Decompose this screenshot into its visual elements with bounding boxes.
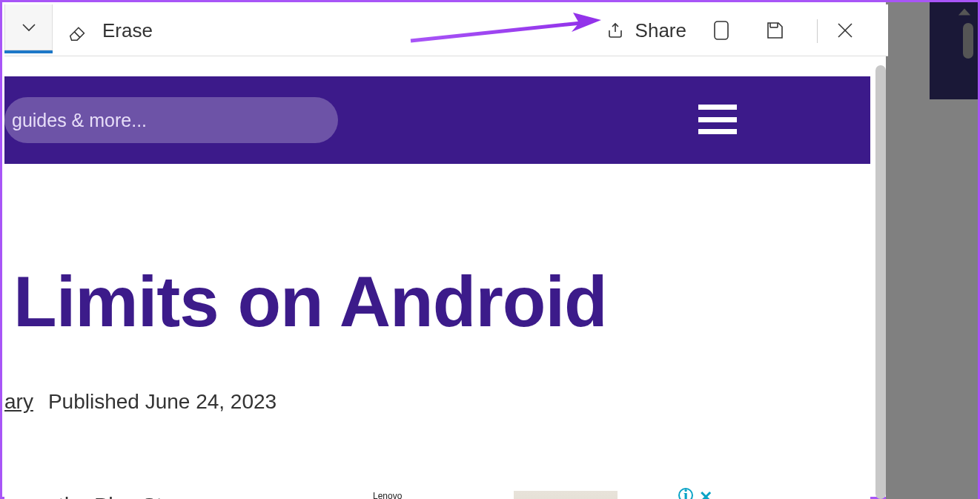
share-label: Share (635, 19, 686, 42)
captured-page-content: guides & more... Limits on Android ary P… (4, 65, 870, 499)
svg-rect-3 (715, 22, 728, 39)
body-line: open the Play Store (4, 488, 208, 499)
scrollbar-thumb[interactable] (963, 23, 973, 59)
close-button[interactable] (830, 4, 860, 56)
copy-button[interactable] (703, 4, 740, 56)
advertisement[interactable]: i ✕ Lenovo ThinkBook Smarter technology … (365, 488, 714, 499)
tool-dropdown-button[interactable] (4, 4, 53, 50)
svg-line-1 (74, 32, 80, 38)
adchoices-icon[interactable]: i (678, 488, 693, 499)
active-tool-underline (4, 50, 53, 53)
save-icon (764, 20, 785, 41)
search-placeholder-text: guides & more... (12, 110, 147, 131)
site-search-input[interactable]: guides & more... (4, 97, 338, 143)
article-title: Limits on Android (13, 261, 607, 343)
publish-date: Published June 24, 2023 (48, 390, 277, 414)
article-body-fragment: open the Play Store un your Android apps (4, 488, 208, 499)
share-icon (606, 21, 625, 40)
ad-close-button[interactable]: ✕ (699, 488, 712, 499)
scrollbar-up-button[interactable] (953, 4, 976, 19)
hamburger-menu-button[interactable] (698, 105, 737, 134)
byline: ary Published June 24, 2023 (4, 390, 277, 414)
author-link[interactable]: ary (4, 390, 33, 414)
erase-icon (67, 19, 89, 42)
erase-button[interactable]: Erase (67, 4, 153, 56)
svg-marker-0 (959, 9, 970, 16)
ad-image-background (514, 491, 618, 499)
content-scrollbar-thumb[interactable] (875, 65, 886, 499)
save-button[interactable] (756, 4, 793, 56)
site-header: guides & more... (4, 76, 870, 164)
share-button[interactable]: Share (606, 4, 686, 56)
close-icon (836, 22, 854, 39)
copy-icon (711, 19, 732, 42)
ad-brand-top: Lenovo (373, 491, 402, 499)
hamburger-icon (698, 105, 737, 110)
chevron-down-icon (21, 22, 36, 33)
screenshot-toolbar: Erase Share (4, 4, 888, 56)
erase-label: Erase (102, 19, 153, 42)
toolbar-divider (817, 19, 818, 43)
